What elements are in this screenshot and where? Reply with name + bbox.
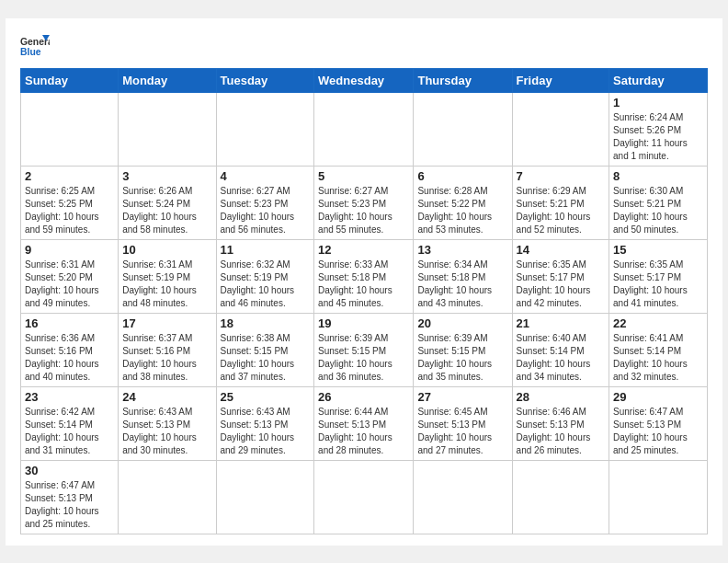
day-info: Sunrise: 6:43 AM Sunset: 5:13 PM Dayligh… [122, 406, 211, 457]
day-info: Sunrise: 6:40 AM Sunset: 5:14 PM Dayligh… [517, 332, 605, 384]
weekday-header-tuesday: Tuesday [216, 68, 314, 92]
calendar-cell [314, 92, 414, 166]
weekday-header-thursday: Thursday [414, 68, 512, 92]
day-number: 25 [221, 390, 311, 404]
day-info: Sunrise: 6:43 AM Sunset: 5:13 PM Dayligh… [221, 406, 311, 457]
day-number: 1 [613, 96, 703, 109]
calendar-cell [512, 92, 609, 166]
calendar-cell: 30Sunrise: 6:47 AM Sunset: 5:13 PM Dayli… [21, 460, 119, 534]
calendar-cell: 9Sunrise: 6:31 AM Sunset: 5:20 PM Daylig… [21, 239, 119, 313]
calendar-cell: 22Sunrise: 6:41 AM Sunset: 5:14 PM Dayli… [609, 313, 708, 386]
day-info: Sunrise: 6:39 AM Sunset: 5:15 PM Dayligh… [417, 332, 507, 384]
calendar-row-3: 9Sunrise: 6:31 AM Sunset: 5:20 PM Daylig… [21, 239, 708, 313]
day-info: Sunrise: 6:29 AM Sunset: 5:21 PM Dayligh… [517, 185, 605, 236]
calendar-cell [119, 460, 216, 534]
day-info: Sunrise: 6:25 AM Sunset: 5:25 PM Dayligh… [25, 185, 114, 236]
calendar-cell: 17Sunrise: 6:37 AM Sunset: 5:16 PM Dayli… [119, 313, 216, 386]
calendar-cell: 13Sunrise: 6:34 AM Sunset: 5:18 PM Dayli… [414, 239, 512, 313]
day-info: Sunrise: 6:36 AM Sunset: 5:16 PM Dayligh… [25, 332, 114, 384]
calendar-cell: 19Sunrise: 6:39 AM Sunset: 5:15 PM Dayli… [314, 313, 414, 386]
day-number: 6 [417, 169, 507, 183]
calendar-cell [216, 92, 314, 166]
calendar-cell: 15Sunrise: 6:35 AM Sunset: 5:17 PM Dayli… [609, 239, 708, 313]
calendar-cell: 14Sunrise: 6:35 AM Sunset: 5:17 PM Dayli… [512, 239, 609, 313]
calendar-cell [414, 92, 512, 166]
day-info: Sunrise: 6:45 AM Sunset: 5:13 PM Dayligh… [417, 406, 507, 457]
calendar-cell: 4Sunrise: 6:27 AM Sunset: 5:23 PM Daylig… [216, 166, 314, 239]
day-number: 20 [417, 316, 507, 330]
day-number: 9 [25, 243, 114, 257]
logo: General Blue [20, 33, 50, 59]
calendar-cell [216, 460, 314, 534]
day-number: 7 [517, 169, 605, 183]
calendar-cell: 1Sunrise: 6:24 AM Sunset: 5:26 PM Daylig… [609, 92, 708, 166]
day-info: Sunrise: 6:35 AM Sunset: 5:17 PM Dayligh… [517, 259, 605, 310]
day-info: Sunrise: 6:41 AM Sunset: 5:14 PM Dayligh… [613, 332, 703, 384]
calendar-cell: 29Sunrise: 6:47 AM Sunset: 5:13 PM Dayli… [609, 386, 708, 460]
day-number: 28 [517, 390, 605, 404]
day-number: 18 [221, 316, 311, 330]
day-number: 22 [613, 316, 703, 330]
day-number: 26 [318, 390, 409, 404]
calendar-cell: 11Sunrise: 6:32 AM Sunset: 5:19 PM Dayli… [216, 239, 314, 313]
calendar-cell: 6Sunrise: 6:28 AM Sunset: 5:22 PM Daylig… [414, 166, 512, 239]
day-number: 14 [517, 243, 605, 257]
calendar-cell [314, 460, 414, 534]
calendar-cell: 5Sunrise: 6:27 AM Sunset: 5:23 PM Daylig… [314, 166, 414, 239]
day-number: 23 [25, 390, 114, 404]
day-number: 29 [613, 390, 703, 404]
calendar-cell [609, 460, 708, 534]
day-info: Sunrise: 6:46 AM Sunset: 5:13 PM Dayligh… [517, 406, 605, 457]
day-info: Sunrise: 6:27 AM Sunset: 5:23 PM Dayligh… [318, 185, 409, 236]
day-info: Sunrise: 6:35 AM Sunset: 5:17 PM Dayligh… [613, 259, 703, 310]
day-number: 15 [613, 243, 703, 257]
calendar-cell [119, 92, 216, 166]
day-number: 17 [122, 316, 211, 330]
day-info: Sunrise: 6:28 AM Sunset: 5:22 PM Dayligh… [417, 185, 507, 236]
day-number: 5 [318, 169, 409, 183]
calendar-cell: 7Sunrise: 6:29 AM Sunset: 5:21 PM Daylig… [512, 166, 609, 239]
calendar-cell: 27Sunrise: 6:45 AM Sunset: 5:13 PM Dayli… [414, 386, 512, 460]
weekday-header-monday: Monday [119, 68, 216, 92]
calendar-cell: 21Sunrise: 6:40 AM Sunset: 5:14 PM Dayli… [512, 313, 609, 386]
day-info: Sunrise: 6:33 AM Sunset: 5:18 PM Dayligh… [318, 259, 409, 310]
day-number: 8 [613, 169, 703, 183]
calendar-cell: 3Sunrise: 6:26 AM Sunset: 5:24 PM Daylig… [119, 166, 216, 239]
day-number: 10 [122, 243, 211, 257]
day-info: Sunrise: 6:32 AM Sunset: 5:19 PM Dayligh… [221, 259, 311, 310]
calendar-page: General Blue SundayMondayTuesdayWednesda… [6, 18, 722, 546]
day-info: Sunrise: 6:47 AM Sunset: 5:13 PM Dayligh… [25, 479, 114, 531]
day-info: Sunrise: 6:44 AM Sunset: 5:13 PM Dayligh… [318, 406, 409, 457]
day-info: Sunrise: 6:31 AM Sunset: 5:20 PM Dayligh… [25, 259, 114, 310]
calendar-row-1: 1Sunrise: 6:24 AM Sunset: 5:26 PM Daylig… [21, 92, 708, 166]
weekday-header-wednesday: Wednesday [314, 68, 414, 92]
day-number: 4 [221, 169, 311, 183]
day-info: Sunrise: 6:30 AM Sunset: 5:21 PM Dayligh… [613, 185, 703, 236]
day-number: 21 [517, 316, 605, 330]
calendar-cell: 26Sunrise: 6:44 AM Sunset: 5:13 PM Dayli… [314, 386, 414, 460]
day-info: Sunrise: 6:26 AM Sunset: 5:24 PM Dayligh… [122, 185, 211, 236]
day-number: 24 [122, 390, 211, 404]
calendar-cell: 28Sunrise: 6:46 AM Sunset: 5:13 PM Dayli… [512, 386, 609, 460]
weekday-header-friday: Friday [512, 68, 609, 92]
header: General Blue [20, 33, 708, 59]
calendar-cell [414, 460, 512, 534]
day-info: Sunrise: 6:39 AM Sunset: 5:15 PM Dayligh… [318, 332, 409, 384]
calendar-cell: 2Sunrise: 6:25 AM Sunset: 5:25 PM Daylig… [21, 166, 119, 239]
calendar-table: SundayMondayTuesdayWednesdayThursdayFrid… [20, 68, 708, 534]
day-number: 2 [25, 169, 114, 183]
calendar-cell: 8Sunrise: 6:30 AM Sunset: 5:21 PM Daylig… [609, 166, 708, 239]
day-number: 3 [122, 169, 211, 183]
day-info: Sunrise: 6:31 AM Sunset: 5:19 PM Dayligh… [122, 259, 211, 310]
calendar-cell [21, 92, 119, 166]
calendar-row-6: 30Sunrise: 6:47 AM Sunset: 5:13 PM Dayli… [21, 460, 708, 534]
day-info: Sunrise: 6:37 AM Sunset: 5:16 PM Dayligh… [122, 332, 211, 384]
day-info: Sunrise: 6:47 AM Sunset: 5:13 PM Dayligh… [613, 406, 703, 457]
day-info: Sunrise: 6:34 AM Sunset: 5:18 PM Dayligh… [417, 259, 507, 310]
day-number: 16 [25, 316, 114, 330]
svg-text:Blue: Blue [20, 47, 41, 57]
day-number: 30 [25, 464, 114, 477]
calendar-cell: 16Sunrise: 6:36 AM Sunset: 5:16 PM Dayli… [21, 313, 119, 386]
day-info: Sunrise: 6:24 AM Sunset: 5:26 PM Dayligh… [613, 111, 703, 163]
calendar-row-5: 23Sunrise: 6:42 AM Sunset: 5:14 PM Dayli… [21, 386, 708, 460]
